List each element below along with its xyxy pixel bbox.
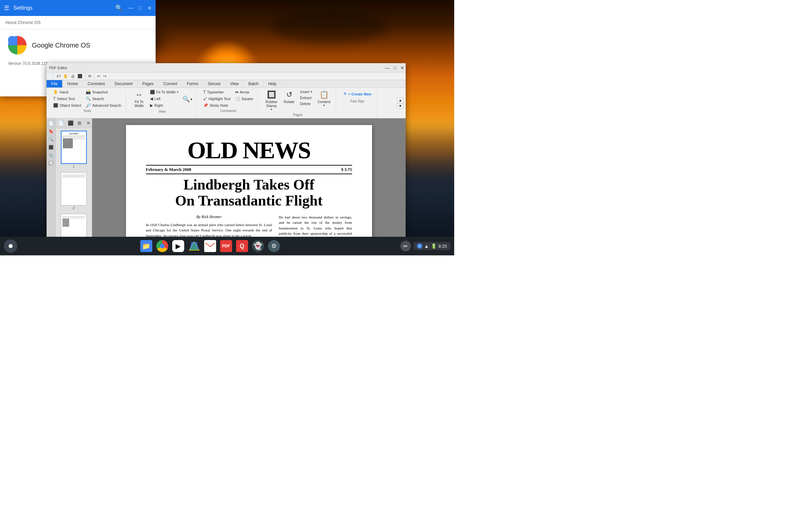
print-icon[interactable]: 🖨	[70, 73, 76, 79]
sidebar-bookmark-icon[interactable]: 🔖	[47, 128, 55, 135]
pages-group-label: Pages	[293, 113, 303, 117]
tab-convert[interactable]: Convert	[158, 80, 182, 88]
close-button[interactable]: ✕	[147, 5, 152, 11]
headline-line1: Lindbergh Takes Off	[184, 176, 315, 193]
files-app-icon[interactable]: 📁	[140, 240, 153, 253]
stamp-label: Rubber	[265, 100, 277, 104]
stylus-btn[interactable]: ✏	[400, 241, 411, 251]
insert-btn[interactable]: Insert ▾	[298, 89, 315, 94]
sidebar-attachments-icon[interactable]: 📎	[47, 152, 55, 159]
tab-pages[interactable]: Pages	[138, 80, 158, 88]
thumb-img-1: OLD NEWS	[61, 131, 87, 164]
body-text-left: In 1926 Charles Lindbergh was an airmail…	[146, 222, 272, 239]
pdf-icon: PDF	[220, 240, 232, 252]
settings-gear: ⚙	[268, 240, 280, 252]
thumb-right-icon[interactable]: ⬛	[66, 120, 75, 126]
sidebar-search-icon[interactable]: 🔍	[47, 136, 55, 143]
advanced-search-btn[interactable]: 🔎 Advanced Search	[84, 102, 123, 108]
hand-tool-btn[interactable]: ✋ Hand	[51, 89, 83, 95]
hand-tool-icon[interactable]: ✋	[62, 73, 69, 79]
gmail-app-icon[interactable]	[204, 240, 217, 253]
arrow-btn[interactable]: ➡ Arrow	[233, 89, 255, 95]
new-doc-icon[interactable]: 📄	[48, 73, 55, 79]
thumb-left-icon[interactable]: 📄	[57, 120, 65, 126]
highlight-btn[interactable]: 🖊 Highlight Text	[201, 96, 232, 102]
zoom-btn[interactable]: 🔍 ▾	[181, 89, 193, 109]
layout-btn[interactable]: ⬛ Fit To Width ▾	[148, 89, 180, 95]
redo-icon[interactable]: ↪	[102, 73, 108, 79]
left-btn[interactable]: ◀ Left	[148, 96, 180, 102]
tab-file[interactable]: File	[46, 80, 62, 88]
tab-help[interactable]: Help	[264, 80, 282, 88]
hand-icon: ✋	[53, 90, 58, 94]
insert-label: Insert	[300, 90, 309, 94]
search-btn[interactable]: 🔍 Search	[84, 96, 123, 102]
play-store-icon[interactable]: ▶	[172, 240, 185, 253]
tab-forms[interactable]: Forms	[182, 80, 203, 88]
launcher-button[interactable]	[4, 240, 17, 253]
arrow-label: Arrow	[240, 90, 249, 94]
zoom-icon: 🔍	[183, 95, 190, 103]
tools-buttons: ✋ Hand T Select Text ⬛ Object Select 📸	[51, 89, 123, 108]
ribbon-scroll-up[interactable]: ▲	[397, 97, 404, 103]
maximize-button[interactable]: □	[139, 5, 142, 11]
rotate-btn[interactable]: ↺ Rotate	[281, 89, 298, 112]
content-btn[interactable]: 📋 Content ▾	[315, 89, 333, 112]
byline: By Rick Bromer	[146, 214, 272, 220]
rubber-stamp-btn[interactable]: 🔲 Rubber Stamp ▾	[263, 89, 280, 112]
create-new-btn[interactable]: + + Create New	[341, 89, 374, 99]
ribbon-scroll-down[interactable]: ▼	[397, 103, 404, 109]
hamburger-icon[interactable]: ☰	[4, 4, 9, 12]
settings-logo-area: Google Chrome OS	[0, 29, 156, 61]
fit-to-width-btn[interactable]: ↔ Fit To Width	[131, 89, 147, 109]
pdf-titlebar-left: PDF Editor	[49, 66, 67, 70]
settings-app-icon[interactable]: ⚙	[267, 240, 281, 253]
sidebar-layers-icon[interactable]: ⬛	[47, 144, 55, 151]
ghost-app-icon[interactable]: 👻	[251, 240, 265, 253]
undo-icon[interactable]: ↩	[96, 73, 101, 79]
email-icon[interactable]: ✉	[87, 73, 92, 79]
sidebar-page-icon[interactable]: 📄	[47, 120, 55, 127]
snapshot-btn[interactable]: 📸 Snapshot	[84, 89, 123, 95]
typewriter-btn[interactable]: T Typewriter	[201, 89, 232, 95]
tab-secure[interactable]: Secure	[203, 80, 225, 88]
object-select-btn[interactable]: ⬛ Object Select	[51, 102, 83, 108]
pdf-maximize-button[interactable]: □	[394, 65, 396, 71]
thumb-page-1[interactable]: OLD NEWS 1	[56, 128, 92, 170]
qoppa-app-icon[interactable]: Q	[235, 240, 249, 253]
select-text-btn[interactable]: T Select Text	[51, 96, 83, 102]
stamp-icon[interactable]: ⬛	[76, 73, 83, 79]
chrome-app-icon[interactable]	[156, 240, 169, 253]
status-tray[interactable]: 3 ▲ 🔋 8:25	[414, 242, 450, 250]
thumb-page-2[interactable]: 2	[56, 170, 92, 211]
pdf-app-icon[interactable]: PDF	[220, 240, 233, 253]
tab-batch[interactable]: Batch	[244, 80, 264, 88]
sidebar-comments-icon[interactable]: 💬	[47, 159, 55, 167]
delete-btn[interactable]: Delete	[298, 101, 315, 107]
play-store-logo: ▶	[172, 240, 184, 252]
search-icon[interactable]: 🔍	[115, 4, 123, 12]
right-label: Right	[154, 103, 163, 108]
doc-area[interactable]: OLD NEWS February & March 2008 $ 3.75 Li…	[92, 118, 406, 255]
pdf-close-button[interactable]: ✕	[400, 65, 404, 71]
newspaper-title: OLD NEWS	[146, 138, 352, 162]
minimize-button[interactable]: —	[128, 5, 133, 11]
play-triangle: ▶	[175, 242, 180, 250]
tab-comment[interactable]: Comment	[83, 80, 110, 88]
select-text-label: Select Text	[57, 97, 75, 101]
tab-home[interactable]: Home	[62, 80, 83, 88]
sticky-note-btn[interactable]: 📌 Sticky Note	[201, 102, 232, 108]
drive-app-icon[interactable]	[188, 240, 201, 253]
extract-btn[interactable]: Extract	[298, 95, 315, 100]
bookmark-icon[interactable]: 🏷	[56, 73, 61, 79]
right-btn[interactable]: ▶ Right	[148, 102, 180, 108]
thumb-grid-icon[interactable]: ⊞	[76, 120, 83, 126]
close-panel-btn[interactable]: ✕	[87, 120, 91, 126]
tab-view[interactable]: View	[225, 80, 244, 88]
comments-col2: ➡ Arrow ⬜ Square	[233, 89, 255, 108]
pdf-minimize-button[interactable]: —	[385, 65, 390, 71]
square-btn[interactable]: ⬜ Square	[233, 96, 255, 102]
tab-document[interactable]: Document	[110, 80, 138, 88]
google-logo	[8, 36, 26, 55]
obj-select-icon: ⬛	[53, 103, 58, 108]
